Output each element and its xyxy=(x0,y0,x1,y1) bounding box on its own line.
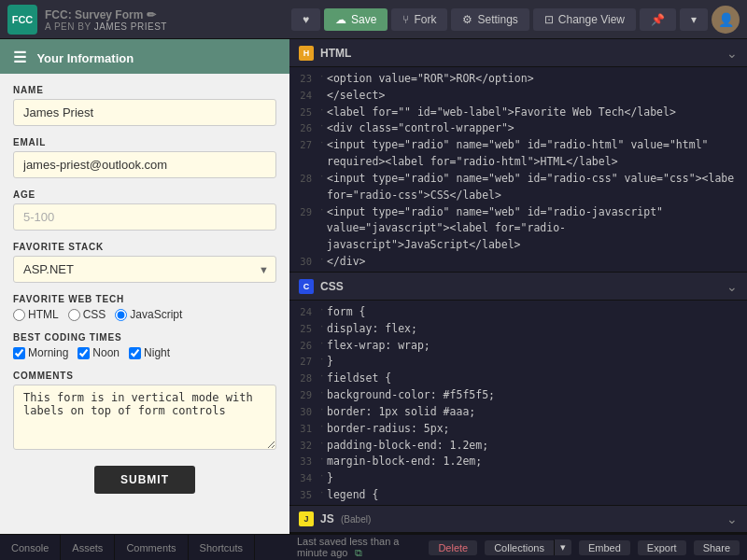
radio-css-item[interactable]: CSS xyxy=(68,308,106,321)
heart-icon: ♥ xyxy=(303,13,309,26)
checkbox-noon-item[interactable]: Noon xyxy=(78,346,120,359)
line-number xyxy=(293,220,319,254)
checkbox-night-label: Night xyxy=(144,346,170,359)
line-code: display: flex; xyxy=(327,321,417,338)
footer-tab-shortcuts[interactable]: Shortcuts xyxy=(189,535,255,561)
checkbox-noon[interactable] xyxy=(78,347,90,359)
header: FCC FCC: Survey Form ✏ A PEN BY James Pr… xyxy=(0,0,747,39)
footer-tab-console[interactable]: Console xyxy=(0,535,61,561)
code-line: 24·form { xyxy=(289,304,747,321)
collections-caret-button[interactable]: ▾ xyxy=(554,539,571,555)
favorite-web-tech-group: Favorite Web Tech HTML CSS JavaScript xyxy=(13,294,276,321)
coding-times-checkbox-group: Morning Noon Night xyxy=(13,346,276,359)
line-number: 28 xyxy=(293,171,319,188)
line-number: 27 xyxy=(293,137,319,154)
change-view-button[interactable]: ⊡ Change View xyxy=(533,8,636,31)
code-line: 30· border: 1px solid #aaa; xyxy=(289,404,747,421)
html-chevron-icon[interactable]: ⌄ xyxy=(726,46,738,61)
line-code: for="radio-css">CSS</label> xyxy=(327,188,501,204)
radio-css[interactable] xyxy=(68,309,80,321)
radio-js-item[interactable]: JavaScript xyxy=(115,308,182,321)
footer-tab-comments[interactable]: Comments xyxy=(115,535,188,561)
line-dot: · xyxy=(319,321,327,338)
save-icon: ☁ xyxy=(335,13,346,26)
fork-button[interactable]: ⑂ Fork xyxy=(391,8,447,31)
code-line: 26· flex-wrap: wrap; xyxy=(289,338,747,355)
line-code: border: 1px solid #aaa; xyxy=(327,404,475,421)
code-line: 35·legend { xyxy=(289,487,747,504)
line-code: <div class="control-wrapper"> xyxy=(327,120,514,137)
checkbox-night[interactable] xyxy=(129,347,141,359)
line-code: </div> xyxy=(327,254,366,271)
settings-button[interactable]: ⚙ Settings xyxy=(451,8,529,31)
pin-button[interactable]: 📌 xyxy=(640,8,676,31)
line-dot: · xyxy=(319,338,327,355)
age-input[interactable] xyxy=(13,203,276,231)
line-dot: · xyxy=(319,105,327,121)
line-code: background-color: #f5f5f5; xyxy=(327,387,495,404)
line-code: font-size: 1.4rem; xyxy=(327,504,444,505)
line-number: 27 xyxy=(293,354,319,371)
line-code: <input type="radio" name="web" id="radio… xyxy=(327,171,734,188)
css-chevron-icon[interactable]: ⌄ xyxy=(726,279,738,294)
line-number: 26 xyxy=(293,120,319,137)
footer-tab-assets[interactable]: Assets xyxy=(61,535,115,561)
delete-button[interactable]: Delete xyxy=(429,540,477,555)
js-chevron-icon[interactable]: ⌄ xyxy=(726,511,738,526)
main: ☰ Your Information Name Email Age Favori… xyxy=(0,39,747,534)
export-button[interactable]: Export xyxy=(638,540,686,555)
checkbox-morning[interactable] xyxy=(13,347,25,359)
radio-html-item[interactable]: HTML xyxy=(13,308,59,321)
comments-textarea[interactable]: This form is in vertical mode with label… xyxy=(13,385,276,450)
caret-button[interactable]: ▾ xyxy=(680,8,708,31)
line-number: 28 xyxy=(293,371,319,387)
js-pane: J JS (Babel) ⌄ xyxy=(289,506,747,534)
js-pane-header: J JS (Babel) ⌄ xyxy=(289,506,747,533)
code-line: 25· <label for="" id="web-label">Favorit… xyxy=(289,105,747,121)
line-number: 31 xyxy=(293,421,319,438)
name-input[interactable] xyxy=(13,99,276,126)
footer-status-link[interactable]: ⧉ xyxy=(355,547,362,558)
line-dot: · xyxy=(319,387,327,404)
line-code: <input type="radio" name="web" id="radio… xyxy=(327,204,663,221)
hamburger-icon[interactable]: ☰ xyxy=(13,49,26,66)
pin-icon: 📌 xyxy=(651,13,665,26)
line-dot xyxy=(319,188,327,204)
radio-html-label: HTML xyxy=(28,308,59,321)
line-dot: · xyxy=(319,421,327,438)
checkbox-morning-label: Morning xyxy=(28,346,68,359)
line-number: 36 xyxy=(293,504,319,505)
line-number: 24 xyxy=(293,304,319,321)
embed-button[interactable]: Embed xyxy=(579,540,630,555)
web-tech-radio-group: HTML CSS JavaScript xyxy=(13,308,276,321)
radio-html[interactable] xyxy=(13,309,25,321)
email-input[interactable] xyxy=(13,151,276,178)
fcc-logo: FCC xyxy=(7,5,37,35)
line-code: fieldset { xyxy=(327,371,391,387)
checkbox-noon-label: Noon xyxy=(92,346,120,359)
save-button[interactable]: ☁ Save xyxy=(324,8,388,31)
css-code-content: 24·form {25· display: flex;26· flex-wrap… xyxy=(289,301,747,505)
line-dot: · xyxy=(319,487,327,504)
code-line: 25· display: flex; xyxy=(289,321,747,338)
checkbox-night-item[interactable]: Night xyxy=(129,346,170,359)
line-code: form { xyxy=(327,304,366,321)
code-line: value="javascript"><label for="radio-jav… xyxy=(289,220,747,254)
submit-button[interactable]: SUBMIT xyxy=(94,466,195,494)
line-number: 23 xyxy=(293,71,319,88)
share-button[interactable]: Share xyxy=(694,540,740,555)
favorite-stack-select[interactable]: HTML/CSS React Angular Node.js ASP.NET R… xyxy=(13,256,276,283)
line-dot xyxy=(319,220,327,254)
checkbox-morning-item[interactable]: Morning xyxy=(13,346,68,359)
html-pane-title: HTML xyxy=(320,47,726,60)
radio-javascript[interactable] xyxy=(115,309,127,321)
line-dot: · xyxy=(319,271,327,272)
line-number: 35 xyxy=(293,487,319,504)
line-number: 32 xyxy=(293,438,319,455)
collections-button[interactable]: Collections xyxy=(485,540,554,555)
line-code: } xyxy=(327,470,333,487)
code-line: 29· background-color: #f5f5f5; xyxy=(289,387,747,404)
line-dot: · xyxy=(319,438,327,455)
caret-down-icon: ▾ xyxy=(691,13,697,26)
heart-button[interactable]: ♥ xyxy=(291,8,320,31)
